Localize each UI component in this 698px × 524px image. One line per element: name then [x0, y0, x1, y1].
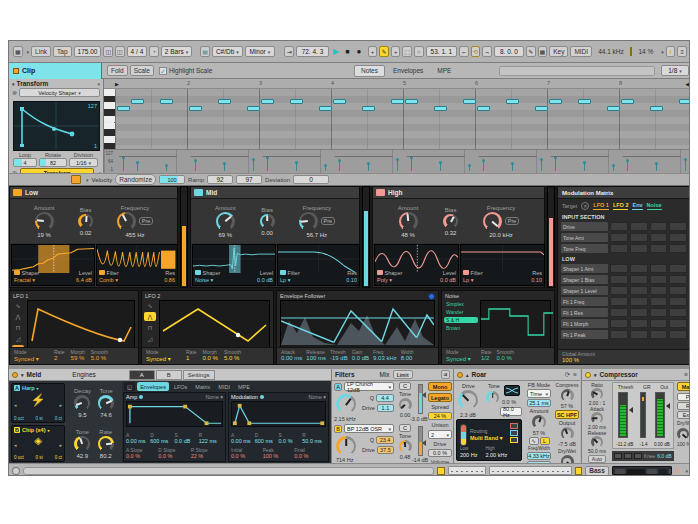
compressor-menu-icon[interactable]: ≡: [684, 371, 688, 378]
transfer-curve-view-icon[interactable]: [624, 453, 632, 459]
filter-a-drive-field[interactable]: 1.1: [377, 404, 394, 412]
scale-awareness-icon[interactable]: ▤: [200, 46, 210, 57]
white-key[interactable]: [104, 116, 115, 123]
activity-view-icon[interactable]: [634, 453, 642, 459]
meld-subtab-matrix[interactable]: Matrix: [192, 382, 213, 391]
engine-b-st-field[interactable]: 0 st: [36, 455, 43, 460]
midi-note[interactable]: [578, 99, 591, 104]
lane-mode-label[interactable]: Velocity: [92, 177, 113, 183]
sine-shape-icon[interactable]: ∿: [144, 301, 156, 310]
midi-note[interactable]: [160, 99, 173, 104]
high-shaper-level-field[interactable]: 0.0 dB: [440, 277, 456, 284]
midi-note[interactable]: [117, 106, 130, 111]
routing-menu[interactable]: Multi Band ▾: [470, 435, 502, 441]
noise-mode-menu[interactable]: Synced ▾: [446, 355, 476, 362]
scale-root-menu[interactable]: C#/Db▾: [212, 46, 243, 57]
matrix-cell[interactable]: [610, 222, 628, 231]
matrix-cell[interactable]: [650, 330, 668, 339]
midi-note[interactable]: [247, 106, 260, 111]
mid-amount-knob[interactable]: [216, 212, 235, 231]
fb-freq-field[interactable]: 4.33 kHz: [527, 452, 551, 460]
spread-field[interactable]: 24 %: [428, 412, 452, 420]
loop-length-field[interactable]: 8. 0. 0: [494, 46, 524, 57]
velocity-dot[interactable]: [367, 162, 370, 165]
clear-target-icon[interactable]: ✕: [581, 202, 589, 210]
randomize-button[interactable]: Randomize: [115, 174, 156, 185]
mode-expand[interactable]: Expand: [677, 411, 690, 419]
matrix-cell[interactable]: [630, 319, 648, 328]
piano-keys[interactable]: [104, 89, 115, 149]
sc-hpf-button[interactable]: SC HPF: [555, 410, 579, 419]
highlight-scale-checkbox[interactable]: ✓: [159, 67, 167, 75]
envf-param-value[interactable]: 0.0 dB: [352, 355, 369, 361]
source-lfo1[interactable]: LFO 1: [593, 202, 609, 210]
clip-marker-icon[interactable]: [437, 467, 445, 475]
noise-type-sh[interactable]: S & H: [444, 317, 478, 323]
filter-b-q-field[interactable]: 23.4: [376, 436, 394, 444]
saw-shape-icon[interactable]: ◿: [144, 334, 156, 343]
envf-param-value[interactable]: 8.00: [401, 355, 414, 361]
high-filter-type-menu[interactable]: Lp ▾: [463, 277, 473, 284]
engine-b-ct-field[interactable]: 0 ct: [55, 455, 62, 460]
meld-tab-a[interactable]: A: [129, 370, 155, 380]
amp-env-target-menu[interactable]: None ▾: [206, 394, 223, 400]
cpu-caret-icon[interactable]: ▾: [661, 49, 664, 55]
mod-sustain-field[interactable]: 0.0 %: [279, 438, 303, 444]
high-shaper-type-menu[interactable]: Poly ▾: [377, 277, 392, 284]
tap-tempo-button[interactable]: Tap: [53, 46, 71, 57]
filter-a-volume-slider[interactable]: [418, 384, 423, 414]
velocity-shaper-graph[interactable]: 127 1: [13, 101, 100, 151]
fb-time-field[interactable]: 25.1 ms: [527, 399, 551, 407]
mid-shaper-checkbox[interactable]: [195, 270, 201, 275]
transform-collapse-icon[interactable]: ▾: [12, 81, 15, 87]
matrix-cell[interactable]: [650, 319, 668, 328]
filter-b-letter[interactable]: B: [334, 425, 342, 433]
midi-note[interactable]: [650, 106, 663, 111]
low-pre-button[interactable]: Pre: [139, 217, 154, 225]
unison-menu[interactable]: 2▾: [428, 430, 452, 439]
filter-a-freq-knob[interactable]: [336, 394, 356, 414]
mod-envelope-graph[interactable]: [231, 401, 326, 427]
velocity-dot[interactable]: [295, 161, 298, 164]
velocity-dot[interactable]: [511, 162, 514, 165]
saw-shape-icon[interactable]: ◿: [12, 334, 24, 343]
fb-mode-menu[interactable]: Time▾: [527, 389, 551, 398]
engine-a-decay-knob[interactable]: [74, 395, 90, 411]
tool-lock-icon[interactable]: ⊗: [12, 89, 17, 96]
mid-filter-type-menu[interactable]: Lp ▾: [280, 277, 290, 284]
matrix-cell[interactable]: [669, 308, 687, 317]
mod-initial-field[interactable]: 0.0 %: [231, 453, 263, 459]
filter-b-freq-knob[interactable]: [336, 436, 356, 456]
arrangement-position-field[interactable]: 72. 4. 3: [296, 46, 329, 57]
matrix-cell[interactable]: [610, 308, 628, 317]
ramp-start-field[interactable]: 92: [207, 175, 233, 184]
midi-note[interactable]: [607, 106, 620, 111]
attack-knob[interactable]: [591, 412, 603, 424]
mod-env-target-menu[interactable]: None ▾: [309, 394, 326, 400]
device-chain-thumbnails[interactable]: [612, 466, 672, 475]
square-shape-icon[interactable]: ⊓: [12, 323, 24, 332]
scale-button[interactable]: Scale: [130, 65, 154, 76]
mod-attack-field[interactable]: 0.00 ms: [231, 438, 255, 444]
mid-frequency-knob[interactable]: [299, 212, 318, 231]
collapsed-view-icon[interactable]: [614, 453, 622, 459]
engine-b-tone-knob[interactable]: [74, 436, 90, 452]
ramp-end-field[interactable]: 97: [236, 175, 262, 184]
velocity-dot[interactable]: [223, 162, 226, 165]
mid-bias-knob[interactable]: [260, 214, 275, 229]
velocity-dot[interactable]: [338, 159, 341, 162]
mod-decay-field[interactable]: 600 ms: [255, 438, 279, 444]
roar-tone-freq-field[interactable]: 80.0 Hz: [500, 407, 522, 416]
mode-peak[interactable]: Peak: [677, 393, 690, 401]
lane-caret-icon[interactable]: ▾: [86, 177, 89, 183]
matrix-cell[interactable]: [630, 275, 648, 284]
triangle-shape-icon[interactable]: ⋀: [12, 312, 24, 321]
roar-tone-knob[interactable]: [486, 391, 499, 404]
show-hide-icon[interactable]: [12, 467, 20, 475]
velocity-stem[interactable]: [411, 157, 412, 171]
matrix-cell[interactable]: [610, 330, 628, 339]
grid-setting-menu[interactable]: 1/8▾: [661, 65, 689, 76]
nudge-down-button[interactable]: ◫: [103, 46, 113, 57]
roar-collapse-icon[interactable]: ▴: [466, 372, 469, 378]
midi-note[interactable]: [333, 99, 346, 104]
